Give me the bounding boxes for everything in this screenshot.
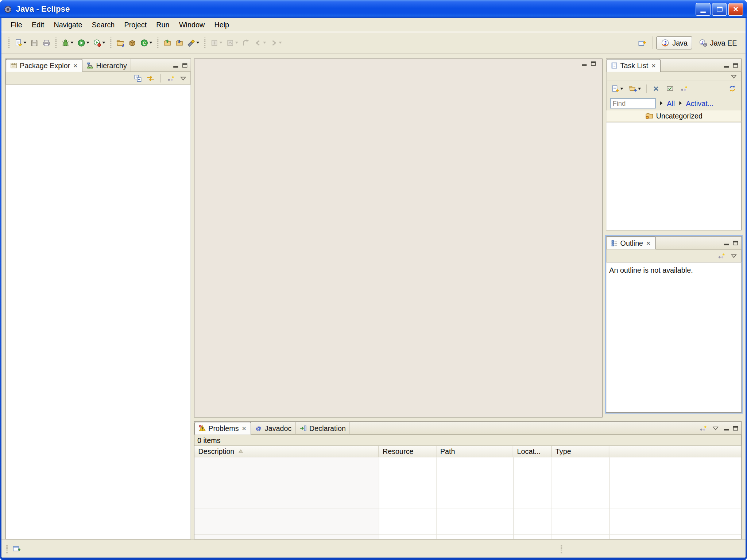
problems-icon (199, 425, 206, 432)
toolbar-grip[interactable] (204, 38, 205, 48)
outline-toolbar (606, 249, 741, 262)
filter-icon[interactable] (699, 424, 707, 432)
new-task-button[interactable] (609, 81, 625, 96)
close-tab-icon[interactable]: ✕ (651, 63, 657, 69)
column-location-label: Locat... (517, 447, 541, 455)
last-edit-location-button[interactable] (240, 35, 252, 50)
new-java-class-button[interactable] (138, 35, 154, 50)
menu-search[interactable]: Search (88, 19, 119, 30)
title-bar[interactable]: Java - Eclipse × (0, 0, 747, 18)
toolbar-grip[interactable] (55, 38, 57, 48)
new-java-package-button[interactable] (126, 35, 138, 50)
statusbar-grip[interactable] (6, 544, 8, 553)
run-button[interactable] (76, 35, 91, 50)
perspective-javaee-button[interactable]: Java EE (694, 36, 742, 49)
javaee-perspective-icon (699, 39, 707, 47)
menu-edit[interactable]: Edit (27, 19, 49, 30)
menu-navigate[interactable]: Navigate (50, 19, 87, 30)
mark-complete-button[interactable] (664, 81, 676, 96)
scope-activate-link[interactable]: Activat... (686, 99, 713, 107)
open-task-button[interactable] (173, 35, 185, 50)
view-menu-chevron-icon[interactable] (730, 72, 738, 80)
maximize-button[interactable] (712, 3, 727, 16)
scope-arrow-icon[interactable] (679, 101, 682, 105)
synchronize-button[interactable] (726, 81, 738, 96)
external-tools-button[interactable] (91, 35, 107, 50)
previous-annotation-button[interactable] (224, 35, 240, 50)
panel-maximize-icon[interactable] (733, 241, 738, 245)
menu-help[interactable]: Help (210, 19, 233, 30)
collapse-all-icon[interactable] (134, 74, 142, 82)
back-button[interactable] (252, 35, 268, 50)
editor-area[interactable] (194, 59, 603, 418)
close-tab-icon[interactable]: ✕ (241, 425, 247, 431)
panel-maximize-icon[interactable] (182, 63, 187, 67)
panel-minimize-icon[interactable] (582, 61, 587, 66)
task-list-body[interactable] (606, 122, 741, 230)
javadoc-icon (255, 424, 262, 432)
view-menu-chevron-icon[interactable] (712, 424, 720, 432)
column-type[interactable]: Type (551, 446, 609, 457)
new-java-project-button[interactable] (114, 35, 126, 50)
tab-problems[interactable]: Problems ✕ (194, 422, 251, 435)
close-button[interactable]: × (728, 3, 743, 16)
scope-arrow-icon[interactable] (660, 101, 663, 105)
toolbar-grip[interactable] (8, 38, 9, 48)
mark-complete-icon (666, 85, 674, 93)
open-perspective-button[interactable] (636, 35, 649, 50)
tab-outline[interactable]: Outline ✕ (606, 237, 655, 250)
panel-minimize-icon[interactable] (724, 63, 729, 67)
task-filter-button[interactable] (678, 81, 690, 96)
panel-minimize-icon[interactable] (724, 241, 729, 245)
debug-button[interactable] (59, 35, 75, 50)
next-annotation-button[interactable] (208, 35, 224, 50)
new-wizard-button[interactable] (12, 35, 28, 50)
link-with-editor-icon[interactable] (146, 74, 154, 82)
tab-declaration[interactable]: Declaration (296, 422, 350, 434)
filter-icon[interactable] (717, 252, 725, 260)
open-type-button[interactable] (161, 35, 173, 50)
tab-hierarchy[interactable]: Hierarchy (83, 59, 131, 71)
problems-table-body[interactable] (194, 457, 741, 539)
view-menu-chevron-icon[interactable] (730, 252, 738, 260)
statusbar-grip[interactable] (561, 545, 562, 553)
debug-icon (61, 39, 69, 47)
view-menu-chevron-icon[interactable] (179, 74, 187, 82)
task-category-row[interactable]: Uncategorized (606, 110, 741, 122)
scope-all-link[interactable]: All (667, 99, 675, 107)
package-explorer-tree[interactable] (6, 85, 191, 539)
close-tab-icon[interactable]: ✕ (646, 240, 651, 246)
window-controls: × (696, 3, 743, 16)
menu-window[interactable]: Window (175, 19, 209, 30)
perspective-java-button[interactable]: Java (657, 36, 692, 49)
task-find-input[interactable] (610, 98, 656, 108)
column-resource[interactable]: Resource (379, 446, 436, 457)
filter-icon[interactable] (167, 74, 175, 82)
minimize-button[interactable] (696, 3, 711, 16)
close-tab-icon[interactable]: ✕ (73, 63, 78, 69)
search-button[interactable] (185, 35, 201, 50)
panel-maximize-icon[interactable] (733, 63, 738, 67)
toolbar-grip[interactable] (110, 38, 111, 48)
tab-package-explorer[interactable]: Package Explor ✕ (6, 59, 83, 72)
save-button[interactable] (28, 35, 40, 50)
panel-minimize-icon[interactable] (724, 426, 729, 430)
menu-run[interactable]: Run (152, 19, 174, 30)
fast-view-icon[interactable] (12, 545, 20, 553)
toolbar-grip[interactable] (157, 38, 158, 48)
print-button[interactable] (40, 35, 53, 50)
delete-task-button[interactable] (650, 81, 662, 96)
column-description[interactable]: Description (194, 446, 379, 457)
panel-minimize-icon[interactable] (173, 63, 178, 67)
tab-javadoc[interactable]: Javadoc (251, 422, 296, 434)
forward-button[interactable] (268, 35, 283, 50)
declaration-icon (300, 424, 307, 432)
column-location[interactable]: Locat... (513, 446, 551, 457)
column-path[interactable]: Path (436, 446, 513, 457)
tab-task-list[interactable]: Task List ✕ (606, 59, 661, 72)
panel-maximize-icon[interactable] (733, 426, 738, 430)
categorize-button[interactable] (627, 81, 643, 96)
menu-project[interactable]: Project (120, 19, 151, 30)
panel-maximize-icon[interactable] (591, 61, 596, 66)
menu-file[interactable]: File (6, 19, 27, 30)
